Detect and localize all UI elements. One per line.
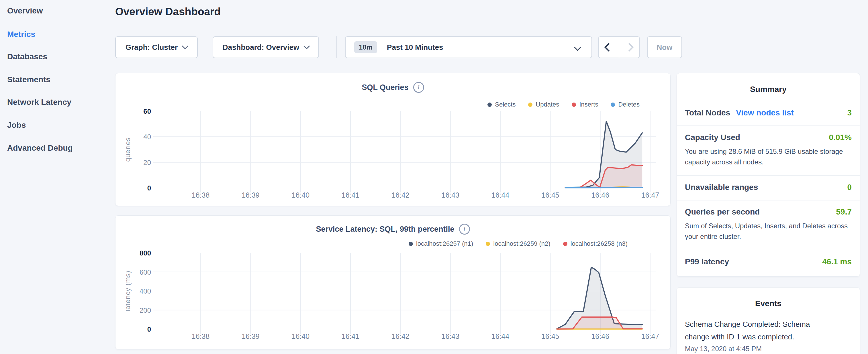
service-latency-chart-header: Service Latency: SQL, 99th percentile i xyxy=(115,224,671,234)
legend-dot-icon xyxy=(486,242,490,246)
y-axis-tick-label: 20 xyxy=(143,159,151,166)
chevron-down-icon xyxy=(574,44,581,51)
legend-label: Updates xyxy=(535,101,559,108)
time-range-badge: 10m xyxy=(354,41,377,53)
summary-row-total-nodes: Total Nodes View nodes list 3 xyxy=(677,101,860,126)
sidebar-item-overview[interactable]: Overview xyxy=(7,5,43,17)
y-axis-title: queries xyxy=(126,137,131,162)
service-latency-chart-title: Service Latency: SQL, 99th percentile xyxy=(316,225,454,234)
x-axis-tick-label: 16:41 xyxy=(342,332,360,340)
legend-dot-icon xyxy=(563,242,567,246)
x-axis-tick-label: 16:44 xyxy=(492,191,509,199)
sidebar-item-metrics[interactable]: Metrics xyxy=(7,29,35,40)
header-divider xyxy=(336,36,337,58)
legend-dot-icon xyxy=(611,102,615,107)
now-button[interactable]: Now xyxy=(647,36,682,58)
queries-per-second-description: Sum of Selects, Updates, Inserts, and De… xyxy=(685,221,852,242)
service-latency-chart-plot[interactable]: 16:3816:3916:4016:4116:4216:4316:4416:45… xyxy=(126,250,665,347)
legend-dot-icon xyxy=(528,102,532,107)
event-text: Schema Change Completed: Schema change w… xyxy=(685,318,819,343)
x-axis-tick-label: 16:43 xyxy=(441,332,459,340)
y-axis-tick-label: 600 xyxy=(140,268,151,276)
x-axis-tick-label: 16:38 xyxy=(192,191,210,199)
summary-title: Summary xyxy=(677,73,860,94)
x-axis-tick-label: 16:39 xyxy=(242,332,260,340)
y-axis-tick-label: 200 xyxy=(140,307,151,314)
legend-item-Selects[interactable]: Selects xyxy=(488,101,516,108)
y-axis-tick-label: 60 xyxy=(143,108,151,115)
legend-dot-icon xyxy=(488,102,492,107)
queries-per-second-label: Queries per second xyxy=(685,207,760,217)
y-axis-tick-label: 800 xyxy=(140,250,151,257)
capacity-used-value: 0.01% xyxy=(829,133,852,142)
legend-item-localhost:26259 (n2)[interactable]: localhost:26259 (n2) xyxy=(486,240,550,248)
legend-dot-icon xyxy=(572,102,576,107)
legend-item-localhost:26258 (n3)[interactable]: localhost:26258 (n3) xyxy=(563,240,627,248)
service-latency-legend: localhost:26257 (n1)localhost:26259 (n2)… xyxy=(409,240,627,248)
total-nodes-value: 3 xyxy=(847,108,852,118)
legend-label: localhost:26257 (n1) xyxy=(416,240,473,248)
p99-latency-label: P99 latency xyxy=(685,257,729,266)
x-axis-tick-label: 16:40 xyxy=(292,191,310,199)
sql-queries-chart-header: SQL Queries i xyxy=(115,82,671,93)
time-step-buttons xyxy=(598,36,640,58)
legend-label: Deletes xyxy=(618,101,640,108)
sql-queries-chart-plot[interactable]: 16:3816:3916:4016:4116:4216:4316:4416:45… xyxy=(126,108,665,206)
legend-dot-icon xyxy=(409,242,413,246)
x-axis-tick-label: 16:41 xyxy=(342,191,360,199)
info-icon[interactable]: i xyxy=(459,224,470,234)
sidebar-item-advanced-debug[interactable]: Advanced Debug xyxy=(7,142,73,154)
x-axis-tick-label: 16:40 xyxy=(292,332,310,340)
legend-item-Updates[interactable]: Updates xyxy=(528,101,559,108)
legend-label: Selects xyxy=(495,101,516,108)
events-panel: Events Schema Change Completed: Schema c… xyxy=(677,287,860,354)
chart-svg: 16:3816:3916:4016:4116:4216:4316:4416:45… xyxy=(126,250,665,346)
time-range-selector[interactable]: 10m Past 10 Minutes xyxy=(345,36,592,58)
view-nodes-list-link[interactable]: View nodes list xyxy=(736,108,794,118)
summary-row-capacity-used: Capacity Used 0.01% You are using 28.6 M… xyxy=(677,126,860,176)
x-axis-tick-label: 16:43 xyxy=(441,191,459,199)
legend-label: localhost:26258 (n3) xyxy=(570,240,627,248)
events-title: Events xyxy=(677,288,860,308)
sql-queries-legend: SelectsUpdatesInsertsDeletes xyxy=(488,101,640,108)
x-axis-tick-label: 16:38 xyxy=(192,332,210,340)
y-axis-tick-label: 0 xyxy=(147,184,151,192)
unavailable-ranges-value: 0 xyxy=(847,183,852,192)
legend-item-Inserts[interactable]: Inserts xyxy=(572,101,598,108)
x-axis-tick-label: 16:45 xyxy=(541,191,559,199)
chevron-down-icon xyxy=(182,43,189,50)
dashboard-dropdown[interactable]: Dashboard: Overview xyxy=(213,36,319,58)
graph-dropdown[interactable]: Graph: Cluster xyxy=(115,36,198,58)
event-list-item[interactable]: Schema Change Completed: Schema change w… xyxy=(677,318,860,353)
sidebar-item-statements[interactable]: Statements xyxy=(7,74,51,85)
x-axis-tick-label: 16:42 xyxy=(392,332,409,340)
next-time-button[interactable] xyxy=(619,37,639,58)
y-axis-tick-label: 0 xyxy=(147,325,151,333)
x-axis-tick-label: 16:44 xyxy=(492,332,509,340)
chevron-right-icon xyxy=(625,43,633,52)
event-timestamp: May 13, 2020 at 4:45 PM xyxy=(685,345,852,353)
capacity-used-description: You are using 28.6 MiB of 515.9 GiB usab… xyxy=(685,146,852,167)
x-axis-tick-label: 16:39 xyxy=(242,191,260,199)
x-axis-tick-label: 16:47 xyxy=(641,332,659,340)
sidebar-item-network-latency[interactable]: Network Latency xyxy=(7,97,71,108)
sidebar-item-databases[interactable]: Databases xyxy=(7,51,47,62)
sidebar-item-jobs[interactable]: Jobs xyxy=(7,120,26,131)
legend-label: localhost:26259 (n2) xyxy=(493,240,550,248)
legend-label: Inserts xyxy=(579,101,598,108)
y-axis-tick-label: 40 xyxy=(143,133,151,141)
queries-per-second-value: 59.7 xyxy=(836,207,852,217)
summary-row-p99-latency: P99 latency 46.1 ms xyxy=(677,250,860,275)
x-axis-tick-label: 16:42 xyxy=(392,191,409,199)
summary-row-unavailable-ranges: Unavailable ranges 0 xyxy=(677,176,860,200)
legend-item-Deletes[interactable]: Deletes xyxy=(611,101,640,108)
series-line-Deletes xyxy=(565,188,643,188)
summary-row-queries-per-second: Queries per second 59.7 Sum of Selects, … xyxy=(677,200,860,250)
legend-item-localhost:26257 (n1)[interactable]: localhost:26257 (n1) xyxy=(409,240,473,248)
summary-panel: Summary Total Nodes View nodes list 3 Ca… xyxy=(677,73,860,277)
page-title: Overview Dashboard xyxy=(115,6,221,18)
info-icon[interactable]: i xyxy=(413,82,424,93)
previous-time-button[interactable] xyxy=(599,37,619,58)
x-axis-tick-label: 16:46 xyxy=(591,332,609,340)
chevron-left-icon xyxy=(604,43,613,52)
